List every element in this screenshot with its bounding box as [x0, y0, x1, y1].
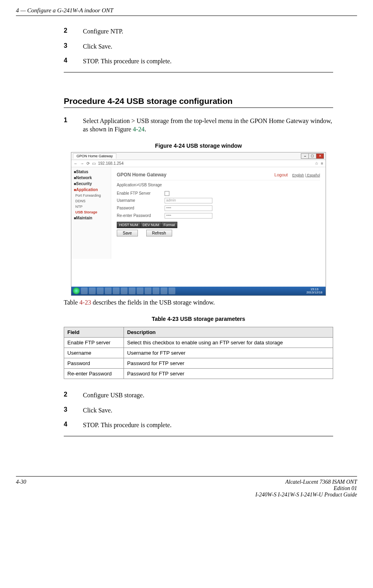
username-input[interactable]: admin	[165, 198, 212, 203]
minimize-button[interactable]: ‒	[301, 153, 309, 159]
step-item: 2 Configure USB storage.	[64, 391, 333, 400]
params-table: Field Description Enable FTP serverSelec…	[64, 327, 333, 379]
chapter-title: 4 — Configure a G-241W-A indoor ONT	[16, 7, 113, 14]
step-number: 2	[64, 27, 83, 36]
step-number: 4	[64, 57, 83, 66]
taskbar-icon[interactable]	[81, 287, 88, 294]
sidebar-item-ntp[interactable]: NTP	[71, 204, 111, 209]
step-number: 3	[64, 406, 83, 415]
step-text-part: Select Application > USB storage from th…	[83, 117, 332, 133]
password-input[interactable]: ••••	[165, 205, 212, 211]
close-button[interactable]: ✕	[316, 153, 324, 159]
table-intro: Table 4-23 describes the fields in the U…	[64, 299, 333, 306]
section-rule	[64, 72, 333, 72]
table-caption: Table 4-23 USB storage parameters	[64, 316, 333, 322]
enable-ftp-checkbox[interactable]	[165, 191, 169, 196]
taskbar-icon[interactable]	[121, 287, 128, 294]
step-number: 3	[64, 42, 83, 51]
field-label: Password	[117, 206, 165, 210]
step-text: Click Save.	[83, 406, 333, 415]
address-text[interactable]: 192.168.1.254	[98, 161, 312, 166]
steps-top: 2 Configure NTP. 3 Click Save. 4 STOP. T…	[64, 27, 333, 66]
figure-ref: 4-24	[133, 126, 144, 133]
logout-link[interactable]: Logout	[275, 172, 288, 177]
maximize-button[interactable]: ▢	[308, 153, 316, 159]
step-text: Click Save.	[83, 42, 333, 51]
step-number: 4	[64, 421, 83, 430]
taskbar-icon[interactable]	[169, 287, 175, 294]
field-label: Enable FTP Server	[117, 191, 165, 195]
section-rule	[64, 436, 333, 436]
hostnum-button[interactable]: HOST NUM	[117, 222, 141, 228]
reenter-password-input[interactable]: ••••	[165, 213, 212, 219]
taskbar-icon[interactable]	[105, 287, 112, 294]
window-titlebar: GPON Home Gateway ‒ ▢ ✕	[71, 152, 326, 160]
reload-icon[interactable]: ⟳	[86, 161, 90, 166]
table-row: UsernameUsername for FTP server	[64, 348, 333, 358]
th-field: Field	[64, 327, 124, 337]
table-row: Re-enter PasswordPassword for FTP server	[64, 368, 333, 379]
menu-icon[interactable]: ≡	[321, 161, 323, 166]
th-description: Description	[124, 327, 333, 337]
field-label: Username	[117, 198, 165, 203]
save-button[interactable]: Save	[117, 230, 138, 236]
sidebar-item-security[interactable]: ■Security	[71, 181, 111, 187]
taskbar-icon[interactable]	[153, 287, 159, 294]
start-icon[interactable]	[73, 287, 80, 294]
field-label: Re-enter Password	[117, 213, 165, 218]
steps-bottom: 2 Configure USB storage. 3 Click Save. 4…	[64, 391, 333, 430]
forward-icon[interactable]: →	[80, 161, 84, 166]
breadcrumb: Application>USB Storage	[117, 183, 320, 187]
step-text: STOP. This procedure is complete.	[83, 421, 333, 430]
refresh-button[interactable]: Refresh	[146, 230, 172, 236]
sidebar-item-usb-storage[interactable]: USB Storage	[71, 209, 111, 215]
procedure-heading: Procedure 4-24 USB storage configuration	[64, 96, 333, 108]
step-item: 4 STOP. This procedure is complete.	[64, 57, 333, 66]
taskbar-clock: 15:13 2013/12/18	[305, 288, 324, 294]
footer-line: I-240W-S I-241W-S I-241W-U Product Guide	[255, 492, 357, 498]
taskbar-icon[interactable]	[161, 287, 167, 294]
taskbar-icon[interactable]	[129, 287, 135, 294]
page-icon: ▭	[92, 161, 96, 166]
sidebar-item-maintain[interactable]: ■Maintain	[71, 215, 111, 221]
taskbar-icon[interactable]	[113, 287, 120, 294]
step-item: 3 Click Save.	[64, 42, 333, 51]
sidebar: ■Status ■Network ■Security ■Application …	[71, 167, 111, 259]
table-ref: 4-23	[79, 299, 91, 306]
step-number: 2	[64, 391, 83, 400]
sidebar-item-application[interactable]: ■Application	[71, 187, 111, 193]
table-row: PasswordPassword for FTP server	[64, 358, 333, 368]
step-text: Configure NTP.	[83, 27, 333, 36]
step-text-part: .	[145, 126, 146, 133]
page-header: 4 — Configure a G-241W-A indoor ONT	[16, 7, 357, 16]
screenshot: GPON Home Gateway ‒ ▢ ✕ ← → ⟳ ▭ 192.168.…	[71, 152, 326, 296]
step-item: 2 Configure NTP.	[64, 27, 333, 36]
step-item: 1 Select Application > USB storage from …	[64, 117, 333, 134]
page-number: 4-30	[16, 479, 26, 498]
page-footer: 4-30 Alcatel-Lucent 7368 ISAM ONT Editio…	[16, 476, 357, 498]
taskbar-icon[interactable]	[145, 287, 151, 294]
sidebar-item-status[interactable]: ■Status	[71, 169, 111, 175]
devnum-button[interactable]: DEV NUM	[140, 222, 162, 228]
footer-line: Alcatel-Lucent 7368 ISAM ONT	[285, 479, 357, 485]
back-icon[interactable]: ←	[74, 161, 78, 166]
table-row: Enable FTP serverSelect this checkbox to…	[64, 337, 333, 348]
taskbar-icon[interactable]	[97, 287, 104, 294]
browser-tab[interactable]: GPON Home Gateway	[73, 153, 116, 158]
step-text: STOP. This procedure is complete.	[83, 57, 333, 66]
format-button[interactable]: Format	[161, 222, 177, 228]
lang-espanol[interactable]: Español	[307, 173, 320, 177]
page-title: GPON Home Gateway	[117, 172, 167, 178]
lang-english[interactable]: English	[292, 173, 304, 177]
taskbar-icon[interactable]	[137, 287, 143, 294]
sidebar-item-port-forwarding[interactable]: Port Forwarding	[71, 193, 111, 198]
sidebar-item-network[interactable]: ■Network	[71, 175, 111, 181]
taskbar: 15:13 2013/12/18	[71, 287, 326, 295]
footer-line: Edition 01	[334, 485, 357, 491]
bookmark-icon[interactable]: ☆	[315, 161, 318, 166]
sidebar-item-ddns[interactable]: DDNS	[71, 198, 111, 204]
figure-caption: Figure 4-24 USB storage window	[64, 143, 333, 149]
step-text: Configure USB storage.	[83, 391, 333, 400]
taskbar-icon[interactable]	[89, 287, 96, 294]
step-item: 3 Click Save.	[64, 406, 333, 415]
